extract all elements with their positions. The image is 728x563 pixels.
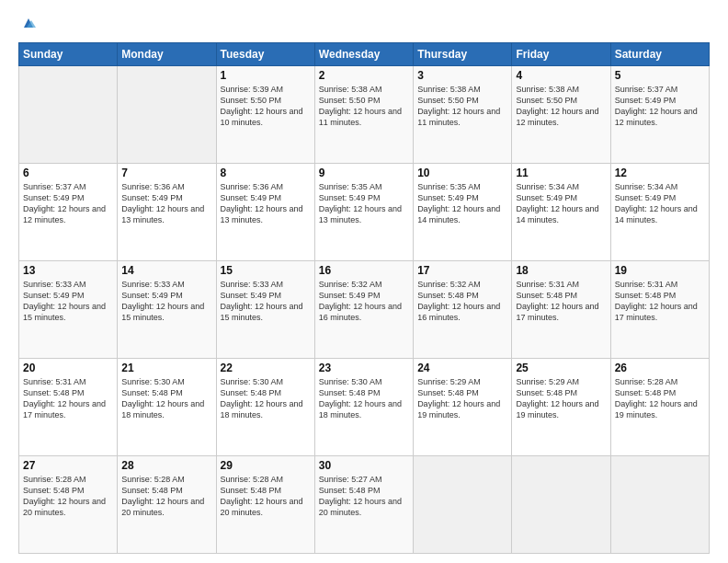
calendar-cell: 5Sunrise: 5:37 AM Sunset: 5:49 PM Daylig… [610, 66, 709, 164]
logo [18, 15, 37, 33]
calendar-cell: 29Sunrise: 5:28 AM Sunset: 5:48 PM Dayli… [216, 456, 314, 554]
day-info: Sunrise: 5:33 AM Sunset: 5:49 PM Dayligh… [23, 279, 113, 324]
calendar-cell [414, 456, 512, 554]
day-number: 1 [221, 69, 311, 82]
day-number: 8 [221, 167, 311, 179]
day-number: 20 [23, 362, 113, 374]
day-number: 28 [121, 459, 211, 472]
day-number: 26 [615, 362, 705, 374]
day-header-tuesday: Tuesday [216, 43, 314, 66]
calendar: SundayMondayTuesdayWednesdayThursdayFrid… [18, 42, 710, 554]
calendar-cell: 11Sunrise: 5:34 AM Sunset: 5:49 PM Dayli… [512, 164, 610, 261]
calendar-week-2: 6Sunrise: 5:37 AM Sunset: 5:49 PM Daylig… [19, 164, 710, 261]
calendar-cell [19, 66, 118, 164]
calendar-cell: 4Sunrise: 5:38 AM Sunset: 5:50 PM Daylig… [512, 66, 610, 164]
calendar-cell: 15Sunrise: 5:33 AM Sunset: 5:49 PM Dayli… [216, 261, 314, 359]
day-header-sunday: Sunday [19, 43, 118, 66]
calendar-cell: 25Sunrise: 5:29 AM Sunset: 5:48 PM Dayli… [512, 359, 610, 456]
calendar-cell: 19Sunrise: 5:31 AM Sunset: 5:48 PM Dayli… [610, 261, 709, 359]
day-header-saturday: Saturday [610, 43, 709, 66]
calendar-cell: 1Sunrise: 5:39 AM Sunset: 5:50 PM Daylig… [216, 66, 314, 164]
day-info: Sunrise: 5:27 AM Sunset: 5:48 PM Dayligh… [319, 474, 409, 519]
day-number: 23 [319, 362, 409, 374]
calendar-cell: 17Sunrise: 5:32 AM Sunset: 5:48 PM Dayli… [414, 261, 512, 359]
day-info: Sunrise: 5:28 AM Sunset: 5:48 PM Dayligh… [121, 474, 211, 519]
day-info: Sunrise: 5:32 AM Sunset: 5:48 PM Dayligh… [417, 279, 507, 324]
logo-icon [20, 15, 37, 31]
calendar-cell: 20Sunrise: 5:31 AM Sunset: 5:48 PM Dayli… [19, 359, 118, 456]
day-number: 22 [221, 362, 311, 374]
day-number: 29 [221, 459, 311, 472]
day-info: Sunrise: 5:38 AM Sunset: 5:50 PM Dayligh… [417, 84, 507, 129]
day-header-wednesday: Wednesday [314, 43, 413, 66]
calendar-cell [610, 456, 709, 554]
calendar-cell: 12Sunrise: 5:34 AM Sunset: 5:49 PM Dayli… [610, 164, 709, 261]
day-info: Sunrise: 5:34 AM Sunset: 5:49 PM Dayligh… [615, 181, 705, 226]
calendar-cell: 18Sunrise: 5:31 AM Sunset: 5:48 PM Dayli… [512, 261, 610, 359]
calendar-cell: 3Sunrise: 5:38 AM Sunset: 5:50 PM Daylig… [414, 66, 512, 164]
day-info: Sunrise: 5:29 AM Sunset: 5:48 PM Dayligh… [417, 376, 507, 421]
day-number: 2 [319, 69, 409, 82]
day-number: 4 [516, 69, 606, 82]
calendar-cell: 21Sunrise: 5:30 AM Sunset: 5:48 PM Dayli… [118, 359, 216, 456]
calendar-cell [118, 66, 216, 164]
calendar-week-4: 20Sunrise: 5:31 AM Sunset: 5:48 PM Dayli… [19, 359, 710, 456]
day-info: Sunrise: 5:37 AM Sunset: 5:49 PM Dayligh… [615, 84, 705, 129]
day-number: 27 [23, 459, 113, 472]
day-info: Sunrise: 5:32 AM Sunset: 5:49 PM Dayligh… [319, 279, 409, 324]
calendar-header-row: SundayMondayTuesdayWednesdayThursdayFrid… [19, 43, 710, 66]
header [18, 15, 710, 33]
day-number: 13 [23, 264, 113, 277]
day-info: Sunrise: 5:36 AM Sunset: 5:49 PM Dayligh… [221, 181, 311, 226]
calendar-cell: 16Sunrise: 5:32 AM Sunset: 5:49 PM Dayli… [314, 261, 413, 359]
calendar-cell: 10Sunrise: 5:35 AM Sunset: 5:49 PM Dayli… [414, 164, 512, 261]
day-number: 21 [121, 362, 211, 374]
calendar-cell: 24Sunrise: 5:29 AM Sunset: 5:48 PM Dayli… [414, 359, 512, 456]
day-number: 12 [615, 167, 705, 179]
calendar-cell: 26Sunrise: 5:28 AM Sunset: 5:48 PM Dayli… [610, 359, 709, 456]
day-info: Sunrise: 5:35 AM Sunset: 5:49 PM Dayligh… [417, 181, 507, 226]
day-info: Sunrise: 5:31 AM Sunset: 5:48 PM Dayligh… [23, 376, 113, 421]
day-number: 25 [516, 362, 606, 374]
day-info: Sunrise: 5:30 AM Sunset: 5:48 PM Dayligh… [121, 376, 211, 421]
day-info: Sunrise: 5:38 AM Sunset: 5:50 PM Dayligh… [319, 84, 409, 129]
day-number: 9 [319, 167, 409, 179]
day-info: Sunrise: 5:29 AM Sunset: 5:48 PM Dayligh… [516, 376, 606, 421]
calendar-cell: 7Sunrise: 5:36 AM Sunset: 5:49 PM Daylig… [118, 164, 216, 261]
day-header-friday: Friday [512, 43, 610, 66]
day-number: 19 [615, 264, 705, 277]
day-number: 7 [121, 167, 211, 179]
calendar-cell: 14Sunrise: 5:33 AM Sunset: 5:49 PM Dayli… [118, 261, 216, 359]
day-header-thursday: Thursday [414, 43, 512, 66]
calendar-cell: 27Sunrise: 5:28 AM Sunset: 5:48 PM Dayli… [19, 456, 118, 554]
calendar-cell: 22Sunrise: 5:30 AM Sunset: 5:48 PM Dayli… [216, 359, 314, 456]
day-info: Sunrise: 5:39 AM Sunset: 5:50 PM Dayligh… [221, 84, 311, 129]
day-info: Sunrise: 5:28 AM Sunset: 5:48 PM Dayligh… [221, 474, 311, 519]
day-info: Sunrise: 5:31 AM Sunset: 5:48 PM Dayligh… [615, 279, 705, 324]
day-info: Sunrise: 5:34 AM Sunset: 5:49 PM Dayligh… [516, 181, 606, 226]
day-number: 3 [417, 69, 507, 82]
calendar-week-1: 1Sunrise: 5:39 AM Sunset: 5:50 PM Daylig… [19, 66, 710, 164]
calendar-cell: 6Sunrise: 5:37 AM Sunset: 5:49 PM Daylig… [19, 164, 118, 261]
calendar-week-5: 27Sunrise: 5:28 AM Sunset: 5:48 PM Dayli… [19, 456, 710, 554]
day-info: Sunrise: 5:30 AM Sunset: 5:48 PM Dayligh… [319, 376, 409, 421]
calendar-cell: 13Sunrise: 5:33 AM Sunset: 5:49 PM Dayli… [19, 261, 118, 359]
calendar-week-3: 13Sunrise: 5:33 AM Sunset: 5:49 PM Dayli… [19, 261, 710, 359]
day-number: 17 [417, 264, 507, 277]
day-info: Sunrise: 5:35 AM Sunset: 5:49 PM Dayligh… [319, 181, 409, 226]
day-number: 10 [417, 167, 507, 179]
day-info: Sunrise: 5:36 AM Sunset: 5:49 PM Dayligh… [121, 181, 211, 226]
day-number: 6 [23, 167, 113, 179]
calendar-cell [512, 456, 610, 554]
day-header-monday: Monday [118, 43, 216, 66]
page: SundayMondayTuesdayWednesdayThursdayFrid… [0, 0, 728, 563]
calendar-cell: 9Sunrise: 5:35 AM Sunset: 5:49 PM Daylig… [314, 164, 413, 261]
day-info: Sunrise: 5:38 AM Sunset: 5:50 PM Dayligh… [516, 84, 606, 129]
calendar-cell: 23Sunrise: 5:30 AM Sunset: 5:48 PM Dayli… [314, 359, 413, 456]
day-info: Sunrise: 5:28 AM Sunset: 5:48 PM Dayligh… [615, 376, 705, 421]
calendar-cell: 8Sunrise: 5:36 AM Sunset: 5:49 PM Daylig… [216, 164, 314, 261]
day-number: 14 [121, 264, 211, 277]
day-info: Sunrise: 5:33 AM Sunset: 5:49 PM Dayligh… [221, 279, 311, 324]
day-number: 24 [417, 362, 507, 374]
day-info: Sunrise: 5:30 AM Sunset: 5:48 PM Dayligh… [221, 376, 311, 421]
